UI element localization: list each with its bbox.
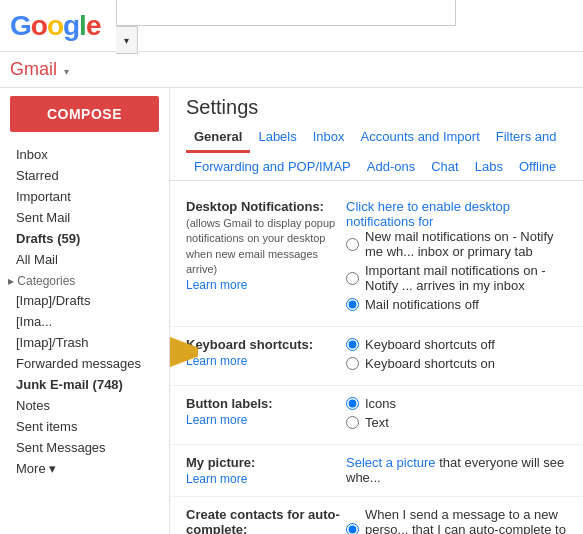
sidebar-item-forwarded[interactable]: Forwarded messages <box>0 353 169 374</box>
sidebar: COMPOSE Inbox Starred Important Sent Mai… <box>0 88 170 534</box>
sidebar-item-starred[interactable]: Starred <box>0 165 169 186</box>
tab-general[interactable]: General <box>186 123 250 153</box>
sidebar-item-imap-2[interactable]: [Ima... <box>0 311 169 332</box>
radio-mail-off-input[interactable] <box>346 298 359 311</box>
desktop-notif-enable-link[interactable]: Click here to enable desktop notificatio… <box>346 199 567 229</box>
radio-icons-input[interactable] <box>346 397 359 410</box>
tab-forwarding[interactable]: Forwarding and POP/IMAP <box>186 153 359 180</box>
radio-important-mail: Important mail notifications on - Notify… <box>346 263 567 293</box>
radio-shortcuts-off-label: Keyboard shortcuts off <box>365 337 495 352</box>
logo-g: G <box>10 10 31 42</box>
sidebar-item-junk[interactable]: Junk E-mail (748) <box>0 374 169 395</box>
radio-shortcuts-on: Keyboard shortcuts on <box>346 356 567 371</box>
settings-label-picture: My picture: Learn more <box>186 455 346 486</box>
picture-learn-more[interactable]: Learn more <box>186 472 346 486</box>
tab-filters[interactable]: Filters and <box>488 123 565 153</box>
contacts-controls: When I send a message to a new perso... … <box>346 507 567 534</box>
radio-text: Text <box>346 415 567 430</box>
google-logo: G o o g l e <box>10 10 100 42</box>
radio-auto-contacts: When I send a message to a new perso... … <box>346 507 567 534</box>
radio-shortcuts-on-input[interactable] <box>346 357 359 370</box>
tab-addons[interactable]: Add-ons <box>359 153 423 180</box>
picture-controls: Select a picture that everyone will see … <box>346 455 567 485</box>
radio-shortcuts-off: Keyboard shortcuts off <box>346 337 567 352</box>
sidebar-item-important[interactable]: Important <box>0 186 169 207</box>
tab-accounts[interactable]: Accounts and Import <box>353 123 488 153</box>
logo-g2: g <box>63 10 79 42</box>
gmail-label[interactable]: Gmail ▾ <box>10 59 69 80</box>
settings-label-keyboard: Keyboard shortcuts: Learn more <box>186 337 346 368</box>
header: G o o g l e ▾ <box>0 0 583 52</box>
radio-important-mail-label: Important mail notifications on - Notify… <box>365 263 567 293</box>
sidebar-item-all-mail[interactable]: All Mail <box>0 249 169 270</box>
settings-body: Desktop Notifications: (allows Gmail to … <box>170 181 583 534</box>
gmail-dropdown-arrow: ▾ <box>64 66 69 77</box>
keyboard-learn-more[interactable]: Learn more <box>186 354 346 368</box>
radio-icons-label: Icons <box>365 396 396 411</box>
search-input[interactable] <box>116 0 456 26</box>
settings-row-contacts: Create contacts for auto-complete: When … <box>170 497 583 534</box>
tab-offline[interactable]: Offline <box>511 153 564 180</box>
sidebar-categories[interactable]: ▸ Categories <box>0 270 169 290</box>
settings-label-contacts: Create contacts for auto-complete: <box>186 507 346 534</box>
main-layout: COMPOSE Inbox Starred Important Sent Mai… <box>0 88 583 534</box>
sub-header: Gmail ▾ <box>0 52 583 88</box>
logo-o1: o <box>31 10 47 42</box>
radio-mail-off: Mail notifications off <box>346 297 567 312</box>
settings-label-desktop-notif: Desktop Notifications: (allows Gmail to … <box>186 199 346 292</box>
radio-mail-off-label: Mail notifications off <box>365 297 479 312</box>
settings-row-picture: My picture: Learn more Select a picture … <box>170 445 583 497</box>
settings-label-button: Button labels: Learn more <box>186 396 346 427</box>
desktop-notif-title: Desktop Notifications: <box>186 199 346 214</box>
tab-chat[interactable]: Chat <box>423 153 466 180</box>
settings-tabs: General Labels Inbox Accounts and Import… <box>170 123 583 181</box>
sidebar-item-sent[interactable]: Sent Mail <box>0 207 169 228</box>
keyboard-controls: Keyboard shortcuts off Keyboard shortcut… <box>346 337 567 375</box>
button-labels-title: Button labels: <box>186 396 346 411</box>
radio-icons: Icons <box>346 396 567 411</box>
radio-new-mail: New mail notifications on - Notify me wh… <box>346 229 567 259</box>
logo-e: e <box>86 10 101 42</box>
sidebar-item-inbox[interactable]: Inbox <box>0 144 169 165</box>
settings-title: Settings <box>170 88 583 123</box>
search-dropdown-button[interactable]: ▾ <box>116 26 138 54</box>
radio-text-input[interactable] <box>346 416 359 429</box>
keyboard-title: Keyboard shortcuts: <box>186 337 346 352</box>
logo-l: l <box>79 10 86 42</box>
logo-o2: o <box>47 10 63 42</box>
radio-shortcuts-off-input[interactable] <box>346 338 359 351</box>
tab-inbox[interactable]: Inbox <box>305 123 353 153</box>
desktop-notif-learn-more[interactable]: Learn more <box>186 278 346 292</box>
compose-button[interactable]: COMPOSE <box>10 96 159 132</box>
button-labels-controls: Icons Text <box>346 396 567 434</box>
radio-new-mail-input[interactable] <box>346 238 359 251</box>
radio-new-mail-label: New mail notifications on - Notify me wh… <box>365 229 567 259</box>
search-bar: ▾ <box>116 0 456 54</box>
settings-row-desktop-notif: Desktop Notifications: (allows Gmail to … <box>170 189 583 327</box>
select-picture-link[interactable]: Select a picture <box>346 455 436 470</box>
desktop-notif-desc: (allows Gmail to display popup notificat… <box>186 216 346 278</box>
content-area: Settings General Labels Inbox Accounts a… <box>170 88 583 534</box>
picture-title: My picture: <box>186 455 346 470</box>
settings-row-keyboard: Keyboard shortcuts: Learn more Keyboard … <box>170 327 583 386</box>
sidebar-item-more[interactable]: More ▾ <box>0 458 169 479</box>
sidebar-item-notes[interactable]: Notes <box>0 395 169 416</box>
desktop-notif-controls: Click here to enable desktop notificatio… <box>346 199 567 316</box>
radio-auto-contacts-input[interactable] <box>346 523 359 534</box>
sidebar-item-drafts[interactable]: Drafts (59) <box>0 228 169 249</box>
settings-row-button-labels: Button labels: Learn more Icons Text <box>170 386 583 445</box>
tab-labels[interactable]: Labels <box>250 123 304 153</box>
sidebar-item-sent-messages[interactable]: Sent Messages <box>0 437 169 458</box>
tab-labs[interactable]: Labs <box>467 153 511 180</box>
sidebar-item-imap-drafts[interactable]: [Imap]/Drafts <box>0 290 169 311</box>
arrow-annotation <box>170 335 198 369</box>
sidebar-item-sent-items[interactable]: Sent items <box>0 416 169 437</box>
contacts-title: Create contacts for auto-complete: <box>186 507 346 534</box>
radio-shortcuts-on-label: Keyboard shortcuts on <box>365 356 495 371</box>
radio-important-mail-input[interactable] <box>346 272 359 285</box>
radio-auto-contacts-label: When I send a message to a new perso... … <box>365 507 567 534</box>
sidebar-item-imap-trash[interactable]: [Imap]/Trash <box>0 332 169 353</box>
radio-text-label: Text <box>365 415 389 430</box>
button-labels-learn-more[interactable]: Learn more <box>186 413 346 427</box>
